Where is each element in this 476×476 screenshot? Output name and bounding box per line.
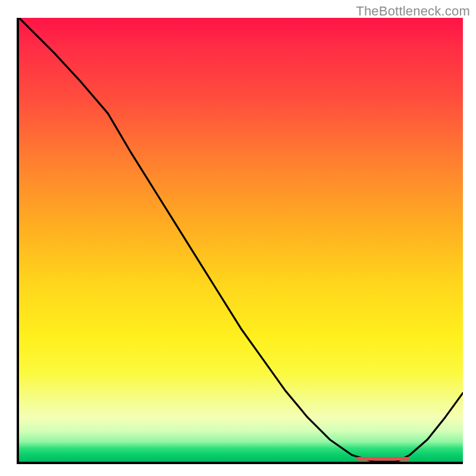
line-series	[19, 18, 463, 462]
chart-container: TheBottleneck.com	[0, 0, 476, 476]
watermark-text: TheBottleneck.com	[356, 4, 470, 19]
plot-area	[17, 18, 463, 464]
optimal-range-marker	[356, 457, 410, 461]
